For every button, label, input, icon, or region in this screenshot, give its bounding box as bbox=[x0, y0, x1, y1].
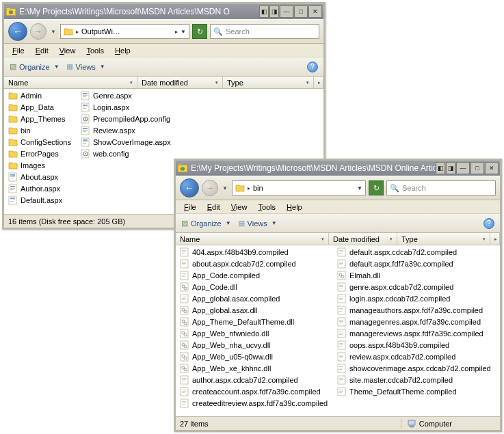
file-item[interactable]: createaccount.aspx.fdf7a39c.compiled bbox=[178, 386, 329, 397]
file-item[interactable]: Genre.aspx bbox=[79, 90, 172, 101]
file-label: managegenres.aspx.fdf7a39c.compiled bbox=[349, 318, 481, 326]
file-item[interactable]: App_Themes bbox=[7, 113, 72, 124]
column-type[interactable]: Type▾ bbox=[223, 77, 314, 88]
file-label: default.aspx.cdcab7d2.compiled bbox=[349, 248, 457, 256]
pin-right-button[interactable]: ◨ bbox=[269, 5, 279, 18]
folder-icon bbox=[8, 126, 18, 135]
file-item[interactable]: bin bbox=[7, 125, 72, 136]
forward-button[interactable]: → bbox=[202, 180, 218, 196]
column-date[interactable]: Date modified▾ bbox=[137, 77, 223, 88]
titlebar[interactable]: E:\My Projects\Writings\Microsoft\MSDN A… bbox=[4, 4, 323, 19]
address-dropdown-icon[interactable]: ▼ bbox=[181, 29, 186, 35]
column-type[interactable]: Type▾ bbox=[397, 233, 490, 245]
file-item[interactable]: ShowCoverImage.aspx bbox=[79, 137, 172, 148]
file-item[interactable]: App_Web_xe_khhnc.dll bbox=[178, 363, 329, 374]
compiled-icon bbox=[337, 329, 347, 338]
menu-file[interactable]: File bbox=[178, 202, 202, 213]
file-item[interactable]: App_Web_u05-q0ww.dll bbox=[178, 351, 329, 362]
file-item[interactable]: login.aspx.cdcab7d2.compiled bbox=[336, 293, 492, 304]
forward-button[interactable]: → bbox=[30, 23, 47, 40]
back-button[interactable]: ← bbox=[180, 178, 199, 198]
menu-edit[interactable]: Edit bbox=[202, 202, 226, 213]
menu-edit[interactable]: Edit bbox=[30, 45, 54, 56]
file-item[interactable]: App_Code.dll bbox=[178, 282, 329, 293]
file-item[interactable]: review.aspx.cdcab7d2.compiled bbox=[336, 351, 492, 362]
file-item[interactable]: managegenres.aspx.fdf7a39c.compiled bbox=[336, 316, 492, 327]
close-button[interactable]: ✕ bbox=[485, 162, 499, 174]
file-item[interactable]: App_Web_nfwniedo.dll bbox=[178, 328, 329, 339]
file-item[interactable]: App_global.asax.dll bbox=[178, 305, 329, 316]
file-item[interactable]: manageauthors.aspx.fdf7a39c.compiled bbox=[336, 305, 492, 316]
search-input[interactable]: 🔍 Search bbox=[210, 24, 319, 39]
maximize-button[interactable]: □ bbox=[294, 5, 308, 18]
file-item[interactable]: Theme_DefaultTheme.compiled bbox=[336, 386, 492, 397]
file-item[interactable]: 404.aspx.f48b43b9.compiled bbox=[178, 247, 329, 258]
file-item[interactable]: author.aspx.cdcab7d2.compiled bbox=[178, 375, 329, 385]
file-item[interactable]: oops.aspx.f48b43b9.compiled bbox=[336, 340, 492, 351]
organize-button[interactable]: ▧ Organize ▼ bbox=[181, 219, 231, 228]
file-item[interactable]: web.config bbox=[79, 148, 172, 159]
file-item[interactable]: Admin bbox=[7, 90, 72, 101]
column-overflow[interactable]: ▸ bbox=[314, 77, 323, 88]
pin-right-button[interactable]: ◨ bbox=[446, 162, 455, 174]
file-item[interactable]: App_Data bbox=[7, 102, 72, 113]
file-item[interactable]: Default.aspx bbox=[7, 195, 72, 206]
file-item[interactable]: About.aspx bbox=[7, 172, 72, 182]
file-item[interactable]: App_Code.compiled bbox=[178, 270, 329, 281]
views-button[interactable]: ▦ Views ▼ bbox=[238, 219, 277, 228]
file-list[interactable]: 404.aspx.f48b43b9.compiledabout.aspx.cdc… bbox=[176, 245, 500, 416]
address-dropdown-icon[interactable]: ▼ bbox=[357, 185, 362, 191]
search-input[interactable]: 🔍 Search bbox=[386, 180, 496, 195]
column-name[interactable]: Name▾ bbox=[176, 233, 329, 245]
minimize-button[interactable]: — bbox=[280, 5, 293, 18]
maximize-button[interactable]: □ bbox=[470, 162, 484, 174]
file-item[interactable]: managereviews.aspx.fdf7a39c.compiled bbox=[336, 328, 492, 339]
file-item[interactable]: Images bbox=[7, 160, 72, 171]
file-item[interactable]: App_global.asax.compiled bbox=[178, 293, 329, 304]
pin-left-button[interactable]: ◧ bbox=[259, 5, 269, 18]
file-item[interactable]: ErrorPages bbox=[7, 148, 72, 159]
menu-tools[interactable]: Tools bbox=[252, 202, 281, 213]
pin-left-button[interactable]: ◧ bbox=[436, 162, 445, 174]
file-item[interactable]: about.aspx.cdcab7d2.compiled bbox=[178, 258, 329, 269]
file-label: App_Code.dll bbox=[192, 283, 237, 291]
titlebar[interactable]: E:\My Projects\Writings\Microsoft\MSDN A… bbox=[176, 161, 500, 176]
back-button[interactable]: ← bbox=[8, 22, 27, 41]
file-item[interactable]: App_Web_nha_ucvy.dll bbox=[178, 340, 329, 351]
file-item[interactable]: PrecompiledApp.config bbox=[79, 113, 172, 124]
nav-history-dropdown[interactable]: ▼ bbox=[221, 185, 229, 191]
file-item[interactable]: Elmah.dll bbox=[336, 270, 492, 281]
file-item[interactable]: Author.aspx bbox=[7, 183, 72, 194]
menu-view[interactable]: View bbox=[226, 202, 253, 213]
address-bar[interactable]: ▸ bin ▼ bbox=[232, 180, 366, 195]
file-item[interactable]: createeditreview.aspx.fdf7a39c.compiled bbox=[178, 398, 329, 409]
file-item[interactable]: genre.aspx.cdcab7d2.compiled bbox=[336, 282, 492, 293]
file-item[interactable]: showcoverimage.aspx.cdcab7d2.compiled bbox=[336, 363, 492, 374]
menu-file[interactable]: File bbox=[7, 45, 30, 56]
compiled-icon bbox=[337, 317, 347, 327]
file-item[interactable]: site.master.cdcab7d2.compiled bbox=[336, 375, 492, 385]
address-bar[interactable]: ▸ OutputWi… ▸ ▼ bbox=[60, 24, 189, 39]
refresh-button[interactable]: ↻ bbox=[192, 24, 207, 39]
column-overflow[interactable]: ▸ bbox=[490, 233, 500, 245]
help-button[interactable]: ? bbox=[307, 62, 318, 72]
file-item[interactable]: default.aspx.fdf7a39c.compiled bbox=[336, 258, 492, 269]
nav-history-dropdown[interactable]: ▼ bbox=[49, 29, 57, 35]
file-item[interactable]: Review.aspx bbox=[79, 125, 172, 136]
minimize-button[interactable]: — bbox=[456, 162, 470, 174]
views-button[interactable]: ▦ Views ▼ bbox=[66, 62, 105, 71]
menu-tools[interactable]: Tools bbox=[81, 45, 109, 56]
menu-help[interactable]: Help bbox=[281, 202, 308, 213]
refresh-button[interactable]: ↻ bbox=[369, 180, 384, 195]
close-button[interactable]: ✕ bbox=[308, 5, 322, 18]
organize-button[interactable]: ▧ Organize ▼ bbox=[10, 62, 59, 71]
help-button[interactable]: ? bbox=[483, 218, 494, 229]
file-item[interactable]: App_Theme_DefaultTheme.dll bbox=[178, 316, 329, 327]
file-item[interactable]: ConfigSections bbox=[7, 137, 72, 148]
file-item[interactable]: Login.aspx bbox=[79, 102, 172, 113]
file-item[interactable]: default.aspx.cdcab7d2.compiled bbox=[336, 247, 492, 258]
menu-help[interactable]: Help bbox=[109, 45, 136, 56]
menu-view[interactable]: View bbox=[54, 45, 81, 56]
column-name[interactable]: Name▾ bbox=[4, 77, 137, 88]
column-date[interactable]: Date modified▾ bbox=[329, 233, 397, 245]
